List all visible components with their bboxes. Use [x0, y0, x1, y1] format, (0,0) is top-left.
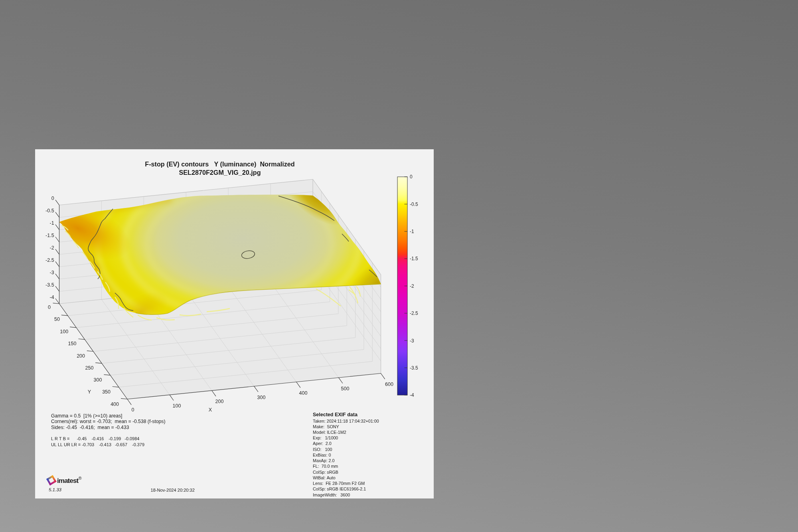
- svg-text:Sides: -0.45 -0.416; mean =: Sides: -0.45 -0.416; mean = -0.433: [51, 425, 129, 430]
- svg-text:Exp: 1/1000: Exp: 1/1000: [313, 435, 338, 440]
- svg-text:Gamma = 0.5 [1% (>=10) areas]: Gamma = 0.5 [1% (>=10) areas]: [51, 413, 122, 419]
- svg-text:FL: 70.0 mm: FL: 70.0 mm: [313, 464, 338, 469]
- svg-text:Corners(rel): worst = -0.703;: Corners(rel): worst = -0.703; mean = -0.…: [51, 419, 166, 424]
- svg-text:Make: SONY: Make: SONY: [313, 424, 339, 429]
- svg-text:100: 100: [60, 329, 68, 334]
- svg-text:350: 350: [102, 389, 111, 395]
- svg-text:Model: ILCE-1M2: Model: ILCE-1M2: [313, 430, 346, 435]
- svg-text:400: 400: [111, 401, 119, 407]
- svg-text:300: 300: [257, 395, 266, 400]
- svg-text:-2: -2: [49, 245, 54, 251]
- svg-text:0: 0: [132, 407, 134, 413]
- svg-text:-3: -3: [49, 270, 54, 275]
- svg-text:0: 0: [48, 305, 51, 310]
- svg-text:250: 250: [85, 365, 94, 371]
- svg-text:-0.5: -0.5: [45, 208, 54, 214]
- svg-text:-4: -4: [49, 295, 54, 300]
- svg-text:MaxAp: 2.0: MaxAp: 2.0: [313, 458, 334, 463]
- svg-text:-2.5: -2.5: [45, 257, 54, 263]
- svg-text:-3.5: -3.5: [410, 365, 418, 371]
- svg-text:600: 600: [385, 382, 393, 387]
- svg-text:ImageWidth: 3600: ImageWidth: 3600: [313, 492, 350, 497]
- svg-text:F-stop (EV) contours Y (lumi: F-stop (EV) contours Y (luminance) Norma…: [145, 160, 294, 168]
- svg-text:400: 400: [299, 390, 308, 396]
- svg-text:-0.5: -0.5: [410, 202, 418, 207]
- svg-text:-2.5: -2.5: [410, 310, 418, 316]
- svg-text:-4: -4: [410, 392, 414, 398]
- svg-text:ColSp: sRGB IEC61966-2.1: ColSp: sRGB IEC61966-2.1: [313, 487, 366, 491]
- svg-text:X: X: [209, 407, 212, 413]
- svg-text:Lens: FE 28-70mm F2 GM: Lens: FE 28-70mm F2 GM: [313, 481, 365, 486]
- svg-text:18-Nov-2024 20:20:32: 18-Nov-2024 20:20:32: [151, 488, 195, 492]
- svg-text:0: 0: [410, 174, 413, 180]
- svg-text:-1: -1: [49, 220, 54, 226]
- svg-text:300: 300: [94, 377, 102, 383]
- svg-text:150: 150: [68, 341, 77, 346]
- svg-text:50: 50: [54, 316, 60, 322]
- svg-text:-3.5: -3.5: [45, 282, 54, 288]
- svg-text:L R T B = -0.45 -0.416: L R T B = -0.45 -0.416 -0.199 -0.0984: [51, 436, 139, 441]
- svg-text:-1.5: -1.5: [45, 233, 54, 238]
- svg-text:500: 500: [341, 386, 350, 392]
- svg-text:200: 200: [215, 399, 224, 404]
- svg-text:ExBias: 0: ExBias: 0: [313, 453, 331, 457]
- svg-text:SEL2870F2GM_VIG_20.jpg: SEL2870F2GM_VIG_20.jpg: [179, 169, 261, 176]
- svg-text:Y: Y: [88, 389, 91, 395]
- svg-text:100: 100: [173, 403, 181, 409]
- svg-text:5.1.33: 5.1.33: [49, 487, 62, 492]
- svg-text:200: 200: [77, 353, 85, 359]
- svg-text:Aper: 2.0: Aper: 2.0: [313, 441, 332, 446]
- svg-text:ISO: 100: ISO: 100: [313, 447, 332, 452]
- svg-text:UL LL UR LR = -0.703 -0.413: UL LL UR LR = -0.703 -0.413 -0.657 -0.37…: [51, 442, 144, 447]
- svg-text:0: 0: [51, 196, 54, 201]
- svg-text:ColSp: sRGB: ColSp: sRGB: [313, 470, 338, 475]
- svg-text:-1: -1: [410, 229, 414, 234]
- svg-text:imatest: imatest: [57, 477, 79, 485]
- svg-text:Selected EXIF data: Selected EXIF data: [313, 412, 358, 417]
- svg-text:-2: -2: [410, 283, 414, 289]
- svg-text:®: ®: [79, 476, 82, 481]
- svg-text:-3: -3: [410, 338, 414, 344]
- svg-text:WtBal: Auto: WtBal: Auto: [313, 475, 336, 480]
- svg-text:Taken: 2024:11:18 17:04:32+01:: Taken: 2024:11:18 17:04:32+01:00: [313, 419, 379, 423]
- svg-text:-1.5: -1.5: [410, 256, 418, 261]
